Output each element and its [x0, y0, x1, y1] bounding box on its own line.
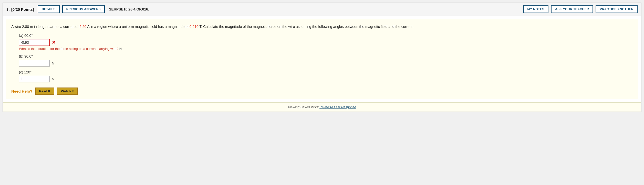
part-a: (a) 60.0° ✕ What is the equation for the…	[19, 34, 633, 51]
part-b: (b) 90.0° N	[19, 54, 633, 67]
footer-text: Viewing Saved Work	[288, 105, 319, 109]
right-buttons: MY NOTES ASK YOUR TEACHER PRACTICE ANOTH…	[523, 5, 638, 13]
previous-answers-button[interactable]: PREVIOUS ANSWERS	[62, 5, 105, 13]
hint-text: What is the equation for the force actin…	[19, 47, 118, 51]
revert-link[interactable]: Revert to Last Response	[319, 105, 356, 109]
header-bar: 3. [0/25 Points] DETAILS PREVIOUS ANSWER…	[3, 3, 641, 16]
practice-another-button[interactable]: PRACTICE ANOTHER	[596, 5, 638, 13]
problem-id: SERPSE10 28.4.OP.016.	[109, 7, 149, 11]
hint-end: N	[118, 47, 122, 51]
part-b-unit: N	[52, 61, 54, 65]
part-a-label: (a) 60.0°	[19, 34, 633, 38]
points-label: [0/25 Points]	[11, 7, 34, 12]
question-number: 3. [0/25 Points]	[6, 7, 34, 12]
problem-text: A wire 2.80 m in length carries a curren…	[11, 24, 633, 29]
part-b-label: (b) 90.0°	[19, 54, 633, 58]
part-a-input[interactable]	[19, 39, 50, 46]
need-help-row: Need Help? Read It Watch It	[11, 88, 633, 95]
part-b-input[interactable]	[19, 60, 50, 67]
footer-bar: Viewing Saved Work Revert to Last Respon…	[3, 102, 641, 112]
problem-text-mid1: A in a region where a uniform magnetic f…	[86, 25, 189, 29]
part-c-unit: N	[52, 77, 54, 81]
part-c: (c) 120° N	[19, 70, 633, 82]
details-button[interactable]: DETAILS	[38, 5, 60, 13]
watch-it-button[interactable]: Watch It	[57, 88, 78, 95]
ask-teacher-button[interactable]: ASK YOUR TEACHER	[551, 5, 593, 13]
q-num: 3.	[6, 7, 10, 12]
need-help-label: Need Help?	[11, 89, 33, 93]
part-c-label: (c) 120°	[19, 70, 633, 74]
part-c-input[interactable]	[19, 76, 50, 82]
problem-text-after: T. Calculate the magnitude of the magnet…	[199, 25, 413, 29]
field-value: 0.210	[190, 25, 199, 29]
part-c-input-row: N	[19, 76, 633, 82]
part-a-input-row: ✕	[19, 39, 633, 46]
current-value: 5.20	[79, 25, 86, 29]
part-b-input-row: N	[19, 60, 633, 67]
content-area: A wire 2.80 m in length carries a curren…	[6, 19, 638, 99]
problem-text-before: A wire 2.80 m in length carries a curren…	[11, 25, 79, 29]
part-a-hint: What is the equation for the force actin…	[19, 47, 633, 51]
read-it-button[interactable]: Read It	[35, 88, 54, 95]
part-a-error-icon: ✕	[52, 40, 56, 45]
my-notes-button[interactable]: MY NOTES	[523, 5, 548, 13]
